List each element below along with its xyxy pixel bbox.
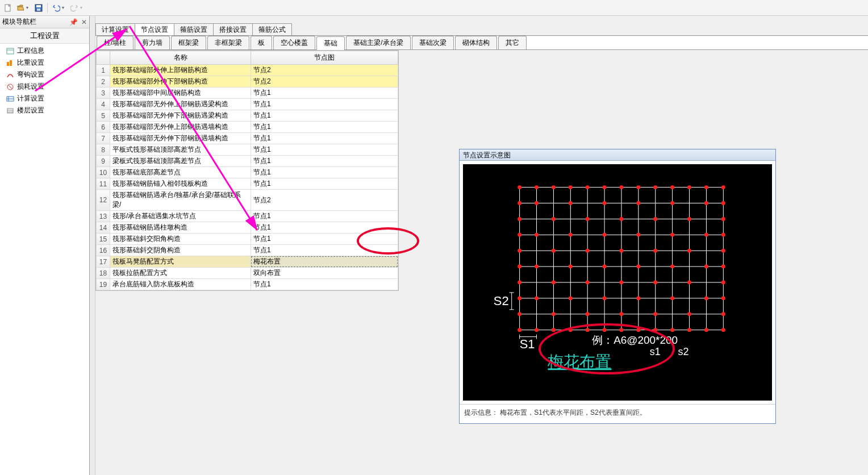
- upper-tab-1[interactable]: 节点设置: [135, 23, 174, 35]
- row-name[interactable]: 筏形基础斜交阴角构造: [110, 245, 251, 256]
- sidebar-item-icon: [6, 107, 15, 115]
- row-number: 8: [97, 144, 110, 156]
- row-name[interactable]: 筏形基础钢筋遇承台/独基/承台梁/基础联系梁/: [110, 190, 251, 211]
- row-value[interactable]: 节点1: [251, 211, 398, 222]
- sidebar-item-2[interactable]: 弯钩设置: [0, 69, 89, 81]
- svg-point-68: [535, 233, 539, 237]
- redo-icon[interactable]: [69, 2, 80, 14]
- table-row[interactable]: 3筏形基础端部中间层钢筋构造节点1: [97, 88, 398, 99]
- sub-tab-5[interactable]: 空心楼盖: [273, 36, 315, 49]
- row-value[interactable]: 节点1: [251, 167, 398, 178]
- table-row[interactable]: 8平板式筏形基础顶部高差节点节点1: [97, 144, 398, 156]
- open-icon[interactable]: [15, 2, 26, 14]
- pane-splitter[interactable]: [90, 16, 95, 475]
- row-value[interactable]: 节点2: [251, 65, 398, 76]
- table-row[interactable]: 13筏形/承台基础遇集水坑节点节点1: [97, 211, 398, 222]
- row-name[interactable]: 筏形基础端部外伸下部钢筋构造: [110, 76, 251, 88]
- open-dropdown-icon[interactable]: ▾: [26, 5, 32, 10]
- col-name[interactable]: 名称: [110, 51, 251, 65]
- svg-point-58: [704, 201, 708, 205]
- redo-dropdown-icon[interactable]: ▾: [80, 5, 86, 10]
- row-value[interactable]: 节点2: [251, 190, 398, 211]
- row-name[interactable]: 筏形/承台基础遇集水坑节点: [110, 211, 251, 222]
- table-row[interactable]: 17筏板马凳筋配置方式梅花布置: [97, 256, 398, 268]
- upper-tab-4[interactable]: 箍筋公式: [252, 23, 292, 35]
- svg-point-110: [687, 312, 691, 316]
- row-name[interactable]: 筏形基础端部无外伸下部钢筋遇墙构造: [110, 133, 251, 144]
- table-row[interactable]: 12筏形基础钢筋遇承台/独基/承台梁/基础联系梁/节点2: [97, 190, 398, 211]
- row-value[interactable]: 节点1: [251, 110, 398, 122]
- row-name[interactable]: 筏形基础端部无外伸上部钢筋遇墙构造: [110, 122, 251, 133]
- row-name[interactable]: 承台底筋锚入防水底板构造: [110, 279, 251, 290]
- row-value[interactable]: 节点1: [251, 178, 398, 190]
- col-node[interactable]: 节点图: [251, 51, 398, 65]
- undo-icon[interactable]: [51, 2, 62, 14]
- sidebar-item-4[interactable]: 计算设置: [0, 93, 89, 105]
- row-value[interactable]: 节点1: [251, 234, 398, 245]
- row-name[interactable]: 筏形基础端部外伸上部钢筋构造: [110, 65, 251, 76]
- row-value[interactable]: 节点1: [251, 88, 398, 99]
- sidebar-item-1[interactable]: 比重设置: [0, 57, 89, 69]
- table-row[interactable]: 2筏形基础端部外伸下部钢筋构造节点2: [97, 76, 398, 88]
- table-row[interactable]: 19承台底筋锚入防水底板构造节点1: [97, 279, 398, 290]
- row-name[interactable]: 筏形基础端部无外伸下部钢筋遇梁构造: [110, 110, 251, 122]
- row-value[interactable]: 节点2: [251, 76, 398, 88]
- row-value[interactable]: 节点1: [251, 222, 398, 234]
- new-icon[interactable]: [2, 2, 14, 14]
- sidebar-item-0[interactable]: 工程信息: [0, 45, 89, 57]
- row-value[interactable]: 节点1: [251, 245, 398, 256]
- sub-s2: s2: [678, 346, 689, 357]
- row-name[interactable]: 筏形基础斜交阳角构造: [110, 234, 251, 245]
- table-row[interactable]: 5筏形基础端部无外伸下部钢筋遇梁构造节点1: [97, 110, 398, 122]
- sub-tab-8[interactable]: 基础次梁: [412, 36, 454, 49]
- table-row[interactable]: 10筏形基础底部高差节点节点1: [97, 167, 398, 178]
- row-name[interactable]: 筏板马凳筋配置方式: [110, 256, 251, 268]
- table-row[interactable]: 15筏形基础斜交阳角构造节点1: [97, 234, 398, 245]
- row-name[interactable]: 筏形基础端部无外伸上部钢筋遇梁构造: [110, 99, 251, 110]
- row-value[interactable]: 节点1: [251, 133, 398, 144]
- sidebar-item-3[interactable]: 损耗设置: [0, 81, 89, 93]
- row-value[interactable]: 节点1: [251, 144, 398, 156]
- table-row[interactable]: 4筏形基础端部无外伸上部钢筋遇梁构造节点1: [97, 99, 398, 110]
- sub-tab-4[interactable]: 板: [251, 36, 272, 49]
- row-name[interactable]: 筏形基础端部中间层钢筋构造: [110, 88, 251, 99]
- row-value[interactable]: 梅花布置: [251, 256, 398, 268]
- sub-tab-10[interactable]: 其它: [498, 36, 527, 49]
- table-row[interactable]: 14筏形基础钢筋遇柱墩构造节点1: [97, 222, 398, 234]
- row-name[interactable]: 筏形基础底部高差节点: [110, 167, 251, 178]
- row-value[interactable]: 节点1: [251, 156, 398, 167]
- pin-icon[interactable]: 📌: [69, 18, 78, 26]
- row-value[interactable]: 节点1: [251, 122, 398, 133]
- upper-tab-3[interactable]: 搭接设置: [213, 23, 253, 35]
- table-row[interactable]: 16筏形基础斜交阴角构造节点1: [97, 245, 398, 256]
- sub-tab-1[interactable]: 剪力墙: [135, 36, 170, 49]
- svg-point-39: [518, 185, 521, 189]
- save-icon[interactable]: [33, 2, 44, 14]
- sub-tab-7[interactable]: 基础主梁/承台梁: [346, 36, 410, 49]
- row-name[interactable]: 平板式筏形基础顶部高差节点: [110, 144, 251, 156]
- svg-point-40: [535, 185, 539, 189]
- sub-tab-2[interactable]: 框架梁: [171, 36, 206, 49]
- table-row[interactable]: 11筏形基础钢筋锚入相邻筏板构造节点1: [97, 178, 398, 190]
- row-name[interactable]: 筏形基础钢筋锚入相邻筏板构造: [110, 178, 251, 190]
- sub-tab-3[interactable]: 非框架梁: [207, 36, 249, 49]
- table-row[interactable]: 7筏形基础端部无外伸下部钢筋遇墙构造节点1: [97, 133, 398, 144]
- row-value[interactable]: 双向布置: [251, 268, 398, 279]
- row-name[interactable]: 梁板式筏形基础顶部高差节点: [110, 156, 251, 167]
- row-name[interactable]: 筏形基础钢筋遇柱墩构造: [110, 222, 251, 234]
- sub-tab-9[interactable]: 砌体结构: [455, 36, 497, 49]
- table-row[interactable]: 18筏板拉筋配置方式双向布置: [97, 268, 398, 279]
- table-row[interactable]: 6筏形基础端部无外伸上部钢筋遇墙构造节点1: [97, 122, 398, 133]
- sub-tab-6[interactable]: 基础: [316, 36, 345, 50]
- table-row[interactable]: 9梁板式筏形基础顶部高差节点节点1: [97, 156, 398, 167]
- table-row[interactable]: 1筏形基础端部外伸上部钢筋构造节点2: [97, 65, 398, 76]
- undo-dropdown-icon[interactable]: ▾: [62, 5, 68, 10]
- sidebar-close-icon[interactable]: ✕: [81, 18, 87, 26]
- sidebar-item-5[interactable]: 楼层设置: [0, 105, 89, 116]
- row-value[interactable]: 节点1: [251, 99, 398, 110]
- upper-tab-2[interactable]: 箍筋设置: [174, 23, 214, 35]
- row-value[interactable]: 节点1: [251, 279, 398, 290]
- sub-tab-0[interactable]: 柱/墙柱: [97, 36, 133, 49]
- row-name[interactable]: 筏板拉筋配置方式: [110, 268, 251, 279]
- upper-tab-0[interactable]: 计算设置: [95, 23, 135, 35]
